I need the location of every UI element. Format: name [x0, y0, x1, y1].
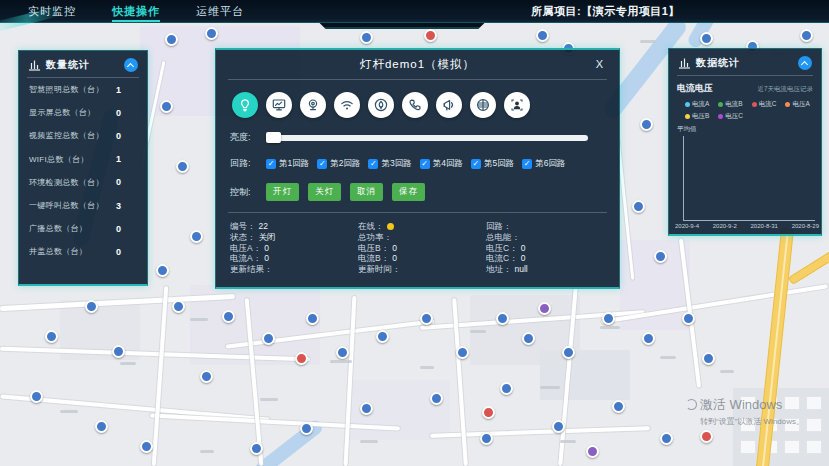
map-marker[interactable]: [172, 300, 185, 313]
circuit-checkbox-2[interactable]: ✓第2回路: [317, 158, 360, 170]
legend-item[interactable]: 电流A: [685, 100, 709, 109]
broadcast-icon[interactable]: [436, 92, 462, 118]
environment-icon[interactable]: [368, 92, 394, 118]
map-marker[interactable]: [200, 370, 213, 383]
map-marker[interactable]: [552, 420, 565, 433]
collapse-button[interactable]: [124, 58, 138, 72]
circuit-checkbox-6[interactable]: ✓第6回路: [522, 158, 565, 170]
map-marker[interactable]: [376, 330, 389, 343]
nav-tab-3[interactable]: 运维平台: [196, 0, 244, 22]
map-marker[interactable]: [295, 352, 308, 365]
person-detect-icon[interactable]: [504, 92, 530, 118]
nav-tab-1[interactable]: 实时监控: [28, 0, 76, 22]
collapse-button[interactable]: [798, 56, 812, 70]
map-marker[interactable]: [654, 250, 667, 263]
checkbox-checked-icon[interactable]: ✓: [317, 159, 327, 169]
map-marker[interactable]: [45, 330, 58, 343]
map-marker[interactable]: [190, 230, 203, 243]
map-marker[interactable]: [222, 310, 235, 323]
map-marker[interactable]: [424, 29, 437, 42]
map-marker[interactable]: [522, 332, 535, 345]
map-marker[interactable]: [360, 402, 373, 415]
checkbox-checked-icon[interactable]: ✓: [522, 159, 532, 169]
map-marker[interactable]: [800, 29, 813, 42]
display-screen-icon[interactable]: [266, 92, 292, 118]
checkbox-checked-icon[interactable]: ✓: [420, 159, 430, 169]
turn-on-button[interactable]: 开灯: [266, 183, 299, 201]
map-marker[interactable]: [682, 312, 695, 325]
map-marker[interactable]: [456, 346, 469, 359]
map-marker[interactable]: [586, 445, 599, 458]
map-marker[interactable]: [562, 346, 575, 359]
map-marker[interactable]: [602, 312, 615, 325]
map-marker[interactable]: [85, 300, 98, 313]
map-marker[interactable]: [538, 302, 551, 315]
map-marker[interactable]: [702, 352, 715, 365]
stat-value: 0: [116, 177, 121, 187]
map-marker[interactable]: [156, 264, 169, 277]
checkbox-checked-icon[interactable]: ✓: [266, 159, 276, 169]
map-marker[interactable]: [642, 332, 655, 345]
map-marker[interactable]: [430, 392, 443, 405]
map-marker[interactable]: [112, 345, 125, 358]
info-label: 电压C：: [486, 243, 518, 254]
legend-item[interactable]: 电压B: [685, 112, 709, 121]
checkbox-checked-icon[interactable]: ✓: [368, 159, 378, 169]
map-marker[interactable]: [95, 420, 108, 433]
camera-icon[interactable]: [300, 92, 326, 118]
map-marker[interactable]: [536, 29, 549, 42]
circuit-checkbox-1[interactable]: ✓第1回路: [266, 158, 309, 170]
map-marker[interactable]: [30, 390, 43, 403]
info-row: 电流A：0: [230, 253, 358, 264]
map-marker[interactable]: [420, 312, 433, 325]
close-icon[interactable]: X: [592, 56, 607, 72]
map-marker[interactable]: [165, 33, 178, 46]
map-marker[interactable]: [482, 406, 495, 419]
phone-call-icon[interactable]: [402, 92, 428, 118]
map-marker[interactable]: [700, 430, 713, 443]
map-marker[interactable]: [250, 442, 263, 455]
circuit-label: 第4回路: [433, 158, 463, 170]
cancel-button[interactable]: 取消: [350, 183, 383, 201]
map-marker[interactable]: [480, 432, 493, 445]
stats-panel-title: 数量统计: [46, 58, 124, 72]
slider-handle[interactable]: [266, 132, 281, 143]
manhole-cover-icon[interactable]: [470, 92, 496, 118]
map-marker[interactable]: [660, 432, 673, 445]
legend-item[interactable]: 电流C: [752, 100, 777, 109]
circuit-checkbox-3[interactable]: ✓第3回路: [368, 158, 411, 170]
map-marker[interactable]: [496, 312, 509, 325]
save-button[interactable]: 保存: [392, 183, 425, 201]
wifi-icon[interactable]: [334, 92, 360, 118]
brightness-slider[interactable]: [266, 135, 588, 141]
turn-off-button[interactable]: 关灯: [308, 183, 341, 201]
map-marker[interactable]: [176, 160, 189, 173]
legend-label: 电流A: [692, 100, 709, 109]
map-marker[interactable]: [300, 422, 313, 435]
legend-item[interactable]: 电流B: [718, 100, 742, 109]
stat-label: 智慧照明总数（台）: [29, 84, 116, 95]
info-value: 关闭: [259, 232, 276, 243]
light-bulb-icon[interactable]: [232, 92, 258, 118]
legend-label: 电压A: [792, 100, 809, 109]
map-marker[interactable]: [612, 400, 625, 413]
map-marker[interactable]: [640, 118, 653, 131]
map-marker[interactable]: [205, 27, 218, 40]
map-marker[interactable]: [306, 312, 319, 325]
nav-tab-2[interactable]: 快捷操作: [112, 0, 160, 22]
map-marker[interactable]: [632, 200, 645, 213]
circuit-checkbox-4[interactable]: ✓第4回路: [420, 158, 463, 170]
circuit-checkbox-5[interactable]: ✓第5回路: [471, 158, 514, 170]
map-marker[interactable]: [500, 382, 513, 395]
map-marker[interactable]: [160, 100, 173, 113]
map-marker[interactable]: [700, 32, 713, 45]
legend-item[interactable]: 电压A: [785, 100, 809, 109]
checkbox-checked-icon[interactable]: ✓: [471, 159, 481, 169]
info-label: 在线：: [358, 221, 384, 232]
legend-item[interactable]: 电压C: [718, 112, 743, 121]
map-marker[interactable]: [336, 346, 349, 359]
map-marker[interactable]: [360, 31, 373, 44]
map-marker[interactable]: [140, 440, 153, 453]
legend-dot: [752, 102, 757, 107]
map-marker[interactable]: [262, 332, 275, 345]
